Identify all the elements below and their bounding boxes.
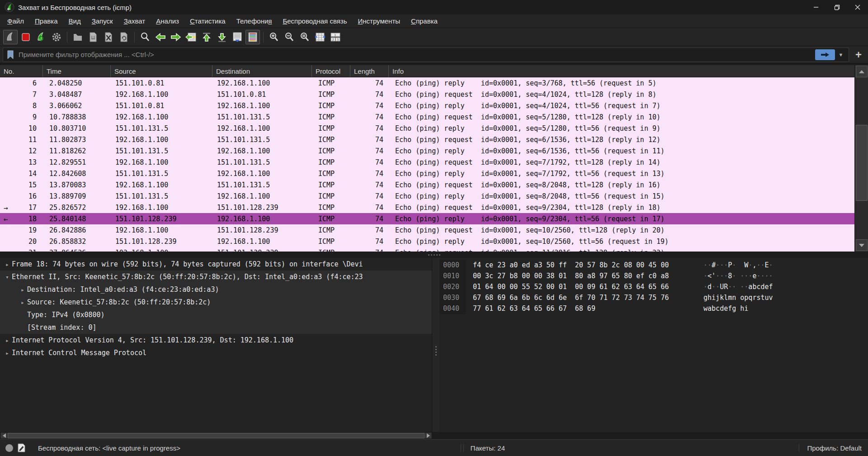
packet-bytes-pane: 0000f4 ce 23 a0 ed a3 50 ff 20 57 8b 2c … [439,258,868,432]
filter-dropdown-caret[interactable]: ▼ [835,49,847,60]
scroll-right-button[interactable] [425,433,431,438]
last-packet-icon[interactable] [215,30,229,44]
hex-row[interactable]: 0000f4 ce 23 a0 ed a3 50 ff 20 57 8b 2c … [439,260,868,271]
scroll-down-button[interactable] [856,239,868,251]
expand-arrow-icon[interactable]: ▸ [3,350,12,356]
column-header[interactable]: Time [43,65,111,77]
stop-capture-icon[interactable] [19,30,33,44]
packet-row[interactable]: 1513.870083192.168.1.100151.101.131.5ICM… [0,179,854,190]
menu-item[interactable]: Запуск [86,17,118,25]
menu-item[interactable]: Беспроводная связь [277,17,352,25]
find-packet-icon[interactable] [138,30,152,44]
display-filter-input[interactable] [18,50,815,59]
zoom-reset-icon[interactable] [297,30,312,44]
filter-bookmark-icon[interactable] [6,50,15,60]
packet-row[interactable]: 1211.818262151.101.131.5192.168.1.100ICM… [0,145,854,157]
packet-row[interactable]: 83.066062151.101.0.81192.168.1.100ICMP74… [0,100,854,111]
layout-icon[interactable]: 1 2 3 [328,30,343,44]
packet-row[interactable]: 2026.858832151.101.128.239192.168.1.100I… [0,236,854,247]
first-packet-icon[interactable] [199,30,214,44]
restart-capture-icon[interactable] [34,30,48,44]
menu-item[interactable]: Захват [118,17,151,25]
open-file-icon[interactable] [71,30,85,44]
column-header[interactable]: Protocol [312,65,350,77]
close-file-icon[interactable] [101,30,116,44]
packet-row[interactable]: 18←25.840148151.101.128.239192.168.1.100… [0,213,854,224]
pane-splitter-vertical[interactable] [432,258,439,432]
packet-row[interactable]: 62.048250151.101.0.81192.168.1.100ICMP74… [0,77,854,89]
colorize-packets-icon[interactable] [245,30,260,44]
column-header[interactable]: Info [389,65,854,77]
detail-tree-row[interactable]: ▸Internet Protocol Version 4, Src: 151.1… [0,334,432,347]
apply-filter-button[interactable] [815,49,835,60]
svg-text:3: 3 [337,38,339,41]
capture-options-icon[interactable] [49,30,64,44]
add-filter-button-plus[interactable]: + [852,48,865,62]
detail-tree-row[interactable]: ▸Internet Control Message Protocol [0,347,432,359]
hex-row[interactable]: 004077 61 62 63 64 65 66 67 68 69wabcdef… [439,303,868,314]
packet-list-vertical-scrollbar[interactable] [854,65,868,252]
menu-item[interactable]: Телефония [231,17,278,25]
hex-row[interactable]: 002001 64 00 00 55 52 00 01 00 09 61 62 … [439,281,868,292]
menu-item[interactable]: Статистика [184,17,231,25]
expand-arrow-icon[interactable]: ▸ [18,286,27,293]
hex-row[interactable]: 001000 3c 27 b8 00 00 38 01 80 a8 97 65 … [439,271,868,281]
menu-item[interactable]: Файл [2,17,29,25]
restore-button[interactable] [826,0,847,14]
zoom-in-icon[interactable] [267,30,281,44]
column-header[interactable]: Destination [212,65,312,77]
detail-tree-row[interactable]: ▸Frame 18: 74 bytes on wire (592 bits), … [0,258,432,271]
detail-tree-row[interactable]: ▾Ethernet II, Src: Keenetic_57:8b:2c (50… [0,271,432,283]
scroll-left-button[interactable] [1,433,7,438]
detail-tree-row[interactable]: [Stream index: 0] [0,321,432,334]
packet-row[interactable]: 73.048487192.168.1.100151.101.0.81ICMP74… [0,89,854,100]
menu-item[interactable]: Вид [63,17,86,25]
detail-horizontal-scrollbar[interactable] [0,432,432,439]
packet-row[interactable]: 2127.864526192.168.1.100151.101.128.239I… [0,247,854,252]
expand-arrow-icon[interactable]: ▸ [18,299,27,306]
menu-item[interactable]: Инструменты [353,17,406,25]
hex-row[interactable]: 003067 68 69 6a 6b 6c 6d 6e 6f 70 71 72 … [439,292,868,303]
packet-row[interactable]: 1613.889709151.101.131.5192.168.1.100ICM… [0,190,854,202]
expand-arrow-icon[interactable]: ▸ [3,337,12,344]
profile-text[interactable]: Профиль: Default [807,444,862,452]
packet-row[interactable]: 1010.803710151.101.131.5192.168.1.100ICM… [0,123,854,134]
column-header[interactable]: Length [350,65,389,77]
packet-row[interactable]: 17→25.826572192.168.1.100151.101.128.239… [0,202,854,213]
minimize-button[interactable] [806,0,826,14]
auto-scroll-icon[interactable] [230,30,245,44]
menu-item[interactable]: Анализ [151,17,184,25]
resize-columns-icon[interactable] [313,30,327,44]
column-header[interactable]: Source [111,65,212,77]
menu-item[interactable]: Справка [406,17,443,25]
display-filter-field[interactable]: ▼ [3,48,849,62]
reload-file-icon[interactable] [117,30,131,44]
packet-row[interactable]: 1111.802873192.168.1.100151.101.131.5ICM… [0,134,854,145]
detail-tree-row[interactable]: ▸Destination: Intel_a0:ed:a3 (f4:ce:23:a… [0,283,432,296]
packet-row[interactable]: 1412.842608151.101.131.5192.168.1.100ICM… [0,168,854,179]
close-button[interactable] [847,0,868,14]
hscrollbar-thumb[interactable] [8,433,425,438]
expand-arrow-icon[interactable]: ▸ [3,261,12,268]
save-file-icon[interactable] [86,30,100,44]
pane-splitter-horizontal[interactable] [0,252,868,258]
packet-row[interactable]: 910.788838192.168.1.100151.101.131.5ICMP… [0,111,854,123]
no-arrow [18,324,27,331]
scroll-up-button[interactable] [856,66,868,77]
start-capture-icon[interactable] [3,30,18,44]
column-header[interactable]: No. [0,65,43,77]
capture-comment-icon[interactable] [18,443,25,452]
menu-item[interactable]: Правка [29,17,63,25]
detail-tree-row[interactable]: ▸Source: Keenetic_57:8b:2c (50:ff:20:57:… [0,296,432,309]
packet-row[interactable]: 1312.829551192.168.1.100151.101.131.5ICM… [0,157,854,168]
scrollbar-thumb[interactable] [856,125,868,201]
next-packet-icon[interactable] [169,30,183,44]
previous-packet-icon[interactable] [153,30,168,44]
detail-tree-row[interactable]: Type: IPv4 (0x0800) [0,309,432,321]
expert-info-icon[interactable] [5,444,13,452]
svg-text:1: 1 [334,33,336,37]
packet-row[interactable]: 1926.842886192.168.1.100151.101.128.239I… [0,224,854,236]
zoom-out-icon[interactable] [282,30,297,44]
collapse-arrow-icon[interactable]: ▾ [3,274,12,280]
go-to-packet-icon[interactable] [184,30,198,44]
